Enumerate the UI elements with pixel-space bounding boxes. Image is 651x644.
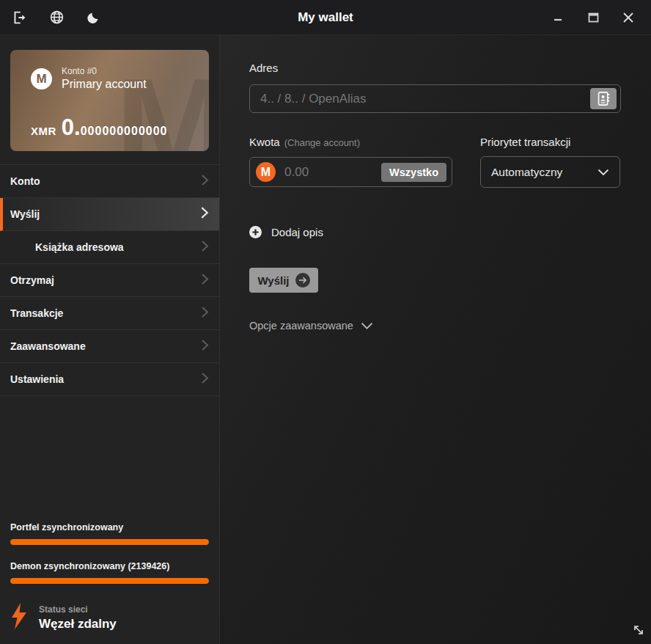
- network-status-value: Węzeł zdalny: [39, 616, 117, 632]
- balance-fraction: 000000000000: [81, 125, 168, 137]
- window-controls: [548, 8, 651, 27]
- maximize-button[interactable]: [584, 8, 603, 27]
- amount-label: Kwota: [249, 136, 280, 148]
- advanced-options-toggle[interactable]: Opcje zaawansowane: [249, 320, 621, 332]
- address-label: Adres: [249, 62, 621, 74]
- globe-icon[interactable]: [48, 10, 65, 26]
- moon-icon[interactable]: [85, 10, 101, 26]
- send-button[interactable]: Wyślij: [249, 268, 318, 293]
- sidebar-item-otrzymaj[interactable]: Otrzymaj: [0, 264, 219, 297]
- account-name: Primary account: [62, 77, 147, 92]
- chevron-right-icon: [201, 174, 209, 189]
- address-book-button[interactable]: [590, 88, 617, 109]
- add-description-button[interactable]: Dodaj opis: [249, 226, 621, 238]
- sidebar-item-label: Ustawienia: [10, 373, 64, 385]
- account-card[interactable]: M M Konto #0 Primary account XMR0.000000…: [10, 50, 209, 151]
- account-index-label: Konto #0: [62, 66, 147, 77]
- sidebar: M M Konto #0 Primary account XMR0.000000…: [0, 35, 220, 644]
- sidebar-item-label: Wyślij: [10, 208, 40, 220]
- network-status[interactable]: Status sieci Węzeł zdalny: [0, 584, 219, 644]
- sidebar-item-zaawansowane[interactable]: Zaawansowane: [0, 330, 219, 363]
- balance-integer: 0.: [62, 114, 81, 140]
- balance: XMR0.000000000000: [31, 114, 167, 141]
- titlebar-left-icons: [0, 10, 101, 26]
- amount-input-container: M Wszystko: [249, 157, 452, 187]
- plus-circle-icon: [249, 226, 262, 238]
- send-page: Adres Kwota(Change account) M: [220, 35, 651, 644]
- wallet-sync-progressbar: [10, 539, 209, 545]
- monero-logo-icon: M: [31, 68, 52, 89]
- send-all-button[interactable]: Wszystko: [381, 163, 446, 182]
- sidebar-item-label: Zaawansowane: [10, 340, 86, 352]
- sidebar-item-ksiazka-adresowa[interactable]: Książka adresowa: [0, 231, 219, 264]
- chevron-right-icon: [200, 206, 209, 222]
- resize-handle[interactable]: [632, 623, 645, 640]
- sidebar-menu: Konto Wyślij Książka adresowa Otrzymaj T…: [0, 164, 219, 396]
- network-status-caption: Status sieci: [39, 604, 117, 616]
- balance-currency: XMR: [31, 125, 56, 137]
- lightning-icon: [10, 601, 28, 634]
- chevron-right-icon: [201, 306, 209, 321]
- send-button-label: Wyślij: [257, 274, 289, 287]
- chevron-right-icon: [201, 339, 209, 354]
- sidebar-item-label: Otrzymaj: [10, 274, 54, 286]
- address-input-container: [249, 84, 621, 113]
- daemon-sync-progressbar: [10, 578, 209, 584]
- monero-coin-icon: M: [256, 162, 276, 182]
- arrow-right-circle-icon: [295, 273, 310, 288]
- amount-input[interactable]: [284, 165, 381, 180]
- add-description-label: Dodaj opis: [271, 226, 323, 238]
- logout-icon[interactable]: [12, 10, 28, 26]
- chevron-right-icon: [201, 273, 209, 288]
- sidebar-item-label: Transakcje: [10, 307, 63, 319]
- sync-status: Portfel zsynchronizowany Demon zsynchron…: [0, 522, 219, 584]
- sidebar-item-transakcje[interactable]: Transakcje: [0, 297, 219, 330]
- sidebar-item-konto[interactable]: Konto: [0, 165, 219, 198]
- chevron-down-icon: [361, 322, 373, 330]
- sidebar-item-label: Konto: [10, 175, 40, 187]
- sidebar-item-ustawienia[interactable]: Ustawienia: [0, 363, 219, 396]
- address-input[interactable]: [260, 92, 590, 106]
- chevron-down-icon: [597, 166, 609, 179]
- sidebar-item-label: Książka adresowa: [35, 241, 124, 253]
- minimize-button[interactable]: [548, 8, 567, 27]
- sidebar-item-wyslij[interactable]: Wyślij: [0, 198, 219, 231]
- chevron-right-icon: [201, 240, 209, 255]
- priority-label: Priorytet transakcji: [480, 136, 620, 148]
- close-button[interactable]: [619, 8, 638, 27]
- advanced-options-label: Opcje zaawansowane: [249, 320, 353, 332]
- titlebar: My wallet: [0, 0, 651, 35]
- wallet-sync-label: Portfel zsynchronizowany: [10, 522, 209, 533]
- chevron-right-icon: [201, 372, 209, 387]
- daemon-sync-label: Demon zsynchronizowany (2139426): [10, 561, 209, 571]
- change-account-link[interactable]: (Change account): [284, 137, 360, 148]
- priority-selected-value: Automatyczny: [491, 166, 562, 179]
- priority-select[interactable]: Automatyczny: [480, 156, 620, 188]
